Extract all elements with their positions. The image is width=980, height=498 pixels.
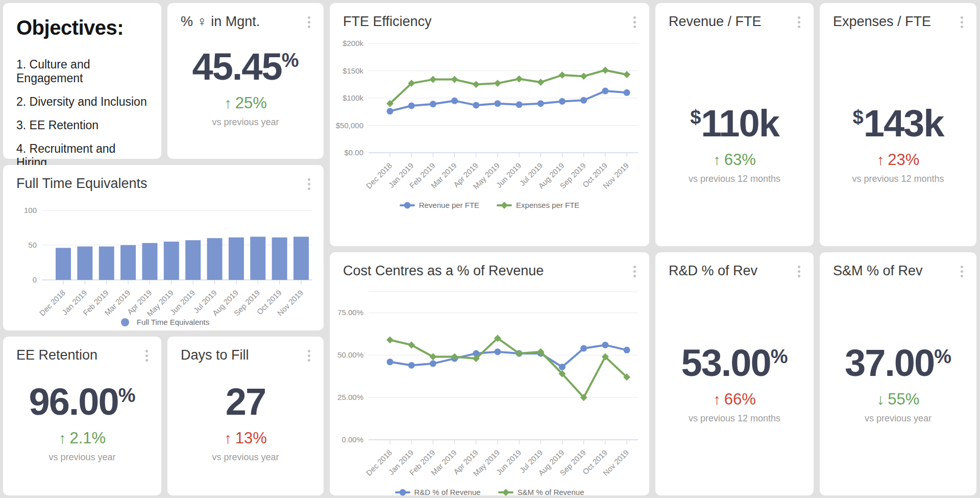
svg-text:$150k: $150k bbox=[342, 66, 363, 75]
pct-women-mgnt-card: % ♀ in Mgnt. 45.45% ↑25% vs previous yea… bbox=[167, 3, 324, 159]
down-arrow-icon: ↓ bbox=[877, 391, 885, 408]
kpi-value: 37.00% bbox=[845, 344, 951, 382]
kpi-value: 45.45% bbox=[192, 48, 299, 86]
objective-item: 3. EE Retention bbox=[16, 118, 148, 132]
sm-pct-rev-card: S&M % of Rev 37.00% ↓55% vs previous yea… bbox=[820, 252, 976, 495]
kebab-menu-icon[interactable] bbox=[629, 263, 640, 280]
svg-text:25.00%: 25.00% bbox=[337, 393, 363, 401]
kpi-delta: ↑13% bbox=[224, 429, 267, 447]
rd-pct-rev-card: R&D % of Rev 53.00% ↑66% vs previous 12 … bbox=[655, 252, 814, 495]
kpi-caption: vs previous year bbox=[865, 413, 932, 424]
kpi-delta: ↑66% bbox=[713, 390, 756, 409]
kpi-caption: vs previous 12 months bbox=[852, 174, 944, 184]
full-time-equivalents-legend: Full Time Equivalents bbox=[3, 318, 324, 326]
svg-text:$0.00: $0.00 bbox=[344, 148, 363, 157]
full-time-equivalents-card: Full Time Equivalents 100500Dec 2018Jan … bbox=[3, 165, 324, 330]
objective-item: 2. Diversity and Inclusion bbox=[16, 95, 148, 109]
kpi-caption: vs previous 12 months bbox=[689, 174, 780, 184]
legend-item: Revenue per FTE bbox=[400, 201, 479, 209]
svg-text:75.00%: 75.00% bbox=[337, 308, 363, 317]
fte-efficiency-card: FTE Efficiency $200k$150k$100k$50,000$0.… bbox=[330, 3, 649, 246]
svg-text:100: 100 bbox=[24, 206, 37, 215]
kpi-value: $110k bbox=[690, 105, 779, 143]
kpi-delta: ↑25% bbox=[224, 94, 267, 112]
kpi-delta: ↓55% bbox=[877, 390, 920, 409]
kebab-menu-icon[interactable] bbox=[629, 13, 640, 31]
kpi-delta: ↑23% bbox=[877, 151, 920, 169]
kpi-value: 96.00% bbox=[29, 383, 136, 421]
days-to-fill-card: Days to Fill 27 ↑13% vs previous year bbox=[167, 337, 324, 495]
objectives-title: Objectives: bbox=[16, 16, 148, 39]
svg-text:0: 0 bbox=[33, 275, 37, 284]
kpi-value: 27 bbox=[226, 383, 265, 421]
legend-item: R&D % of Revenue bbox=[395, 488, 481, 496]
revenue-fte-card: Revenue / FTE $110k ↑63% vs previous 12 … bbox=[655, 3, 814, 246]
cost-centres-card: Cost Centres as a % of Revenue 75.00%50.… bbox=[330, 252, 649, 495]
fte-efficiency-legend: Revenue per FTEExpenses per FTE bbox=[330, 201, 649, 209]
legend-item: Full Time Equivalents bbox=[117, 318, 210, 326]
up-arrow-icon: ↑ bbox=[224, 430, 232, 447]
up-arrow-icon: ↑ bbox=[713, 391, 721, 408]
kpi-value: 53.00% bbox=[681, 344, 788, 382]
kpi-delta: ↑2.1% bbox=[59, 429, 106, 447]
objective-item: 1. Culture and Engagement bbox=[16, 58, 148, 85]
svg-text:$200k: $200k bbox=[342, 39, 363, 48]
svg-text:50.00%: 50.00% bbox=[337, 350, 363, 359]
up-arrow-icon: ↑ bbox=[713, 152, 721, 169]
card-title: Cost Centres as a % of Revenue bbox=[343, 263, 544, 279]
svg-text:$100k: $100k bbox=[342, 93, 363, 102]
cost-centres-legend: R&D % of RevenueS&M % of Revenue bbox=[330, 488, 649, 496]
cost-centres-chart: 75.00%50.00%25.00%0.00%Dec 2018Jan 2019F… bbox=[330, 283, 649, 487]
svg-text:50: 50 bbox=[28, 241, 37, 249]
kpi-caption: vs previous year bbox=[212, 452, 279, 463]
objectives-card: Objectives: 1. Culture and Engagement 2.… bbox=[3, 3, 161, 159]
up-arrow-icon: ↑ bbox=[224, 95, 232, 112]
legend-item: Expenses per FTE bbox=[497, 201, 579, 209]
kpi-caption: vs previous year bbox=[48, 452, 115, 463]
expenses-fte-card: Expenses / FTE $143k ↑23% vs previous 12… bbox=[820, 3, 976, 246]
full-time-equivalents-chart: 100500Dec 2018Jan 2019Feb 2019Mar 2019Ap… bbox=[3, 195, 324, 317]
kpi-caption: vs previous 12 months bbox=[689, 413, 780, 424]
kebab-menu-icon[interactable] bbox=[304, 175, 314, 193]
svg-text:0.00%: 0.00% bbox=[341, 435, 363, 444]
objectives-list: 1. Culture and Engagement 2. Diversity a… bbox=[16, 58, 148, 170]
kpi-caption: vs previous year bbox=[212, 117, 279, 128]
fte-efficiency-chart: $200k$150k$100k$50,000$0.00Dec 2018Jan 2… bbox=[330, 35, 649, 200]
ee-retention-card: EE Retention 96.00% ↑2.1% vs previous ye… bbox=[3, 337, 161, 495]
up-arrow-icon: ↑ bbox=[59, 430, 66, 447]
legend-item: S&M % of Revenue bbox=[498, 488, 584, 496]
svg-text:$50,000: $50,000 bbox=[336, 121, 363, 130]
dashboard: Objectives: 1. Culture and Engagement 2.… bbox=[0, 0, 980, 498]
kpi-delta: ↑63% bbox=[713, 151, 756, 169]
card-title: FTE Efficiency bbox=[343, 13, 432, 30]
up-arrow-icon: ↑ bbox=[877, 152, 885, 169]
kpi-value: $143k bbox=[853, 105, 944, 143]
card-title: Full Time Equivalents bbox=[16, 175, 148, 192]
